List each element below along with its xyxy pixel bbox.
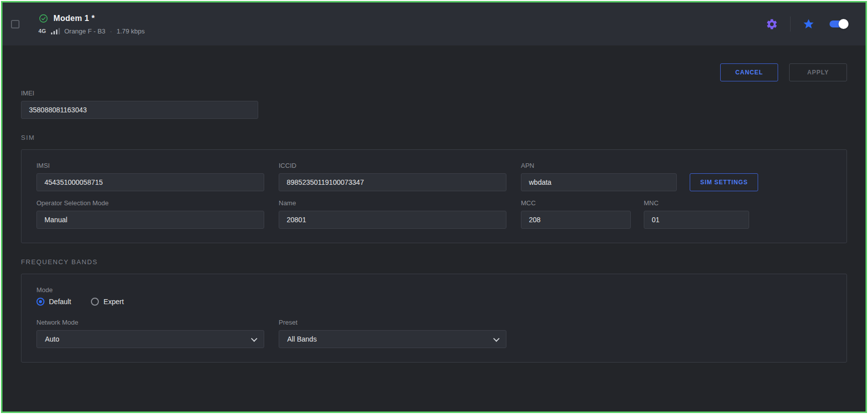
sim-section-label: SIM: [21, 134, 847, 141]
operator-selection-mode-field: Operator Selection Mode: [36, 199, 264, 229]
mcc-input[interactable]: [521, 211, 631, 229]
separator-dot: ·: [110, 27, 112, 35]
radio-expert-label: Expert: [103, 298, 123, 306]
apply-button[interactable]: APPLY: [789, 63, 847, 81]
imsi-label: IMSI: [36, 162, 264, 169]
preset-label: Preset: [279, 319, 506, 326]
imsi-field: IMSI: [36, 162, 264, 191]
chevron-down-icon: [251, 335, 258, 342]
mode-field: Mode Default Expert: [36, 286, 832, 306]
chevron-down-icon: [493, 335, 500, 342]
title-block: Modem 1 * 4G Orange F - B3 · 1.79 kbps: [38, 13, 145, 35]
apn-label: APN: [521, 162, 677, 169]
mode-radio-group: Default Expert: [36, 298, 832, 306]
preset-field: Preset All Bands: [279, 319, 506, 348]
operator-selection-mode-label: Operator Selection Mode: [36, 199, 264, 207]
network-mode-select[interactable]: Auto: [36, 330, 264, 348]
mode-label: Mode: [36, 286, 832, 294]
preset-value: All Bands: [287, 335, 317, 343]
network-mode-field: Network Mode Auto: [36, 319, 264, 348]
signal-strength-icon: [51, 28, 60, 34]
operator-selection-mode-input[interactable]: [36, 211, 264, 229]
modem-status-row: 4G Orange F - B3 · 1.79 kbps: [38, 27, 145, 35]
mnc-input[interactable]: [644, 211, 749, 229]
select-checkbox[interactable]: [11, 20, 19, 28]
imei-input[interactable]: [21, 101, 258, 119]
sim-settings-button[interactable]: SIM SETTINGS: [690, 173, 758, 191]
toggle-knob: [839, 19, 849, 29]
radio-selected-icon: [36, 298, 44, 306]
operator-name-label: Name: [279, 199, 506, 207]
form-actions: CANCEL APPLY: [21, 63, 847, 81]
apn-input[interactable]: [521, 173, 677, 191]
imei-field: IMEI: [21, 89, 258, 119]
modem-panel: Modem 1 * 4G Orange F - B3 · 1.79 kbps: [1, 1, 867, 413]
network-type-badge: 4G: [38, 28, 46, 34]
settings-gear-icon[interactable]: [766, 18, 778, 30]
modem-settings-form: CANCEL APPLY IMEI SIM IMSI ICCID APN: [2, 63, 866, 363]
preset-select[interactable]: All Bands: [279, 330, 506, 348]
header: Modem 1 * 4G Orange F - B3 · 1.79 kbps: [2, 2, 866, 45]
favorite-star-icon[interactable]: [803, 18, 815, 30]
frequency-bands-box: Mode Default Expert Network Mode: [21, 274, 847, 363]
mnc-field: MNC: [644, 199, 749, 229]
imei-label: IMEI: [21, 89, 258, 97]
enable-toggle[interactable]: [830, 20, 848, 27]
imsi-input[interactable]: [36, 173, 264, 191]
apn-field: APN: [521, 162, 677, 191]
mcc-field: MCC: [521, 199, 631, 229]
radio-unselected-icon: [91, 298, 99, 306]
iccid-field: ICCID: [279, 162, 506, 191]
status-check-icon: [38, 13, 48, 23]
speed-value: 1.79 kbps: [116, 27, 144, 35]
iccid-input[interactable]: [279, 173, 506, 191]
mnc-label: MNC: [644, 199, 749, 207]
cancel-button[interactable]: CANCEL: [720, 63, 778, 81]
network-mode-value: Auto: [45, 335, 59, 343]
sim-box: IMSI ICCID APN SIM SETTINGS Operator Sel…: [21, 149, 847, 243]
frequency-bands-section-label: FREQUENCY BANDS: [21, 258, 847, 266]
operator-name: Orange F - B3: [64, 27, 105, 35]
network-mode-label: Network Mode: [36, 319, 264, 326]
radio-default-label: Default: [49, 298, 71, 306]
header-right: [766, 16, 848, 31]
header-left: Modem 1 * 4G Orange F - B3 · 1.79 kbps: [11, 13, 145, 35]
header-divider: [790, 16, 791, 31]
page-title: Modem 1 *: [53, 14, 95, 23]
radio-expert[interactable]: Expert: [91, 298, 123, 306]
operator-name-field: Name: [279, 199, 506, 229]
radio-default[interactable]: Default: [36, 298, 71, 306]
mcc-label: MCC: [521, 199, 631, 207]
iccid-label: ICCID: [279, 162, 506, 169]
operator-name-input[interactable]: [279, 211, 506, 229]
